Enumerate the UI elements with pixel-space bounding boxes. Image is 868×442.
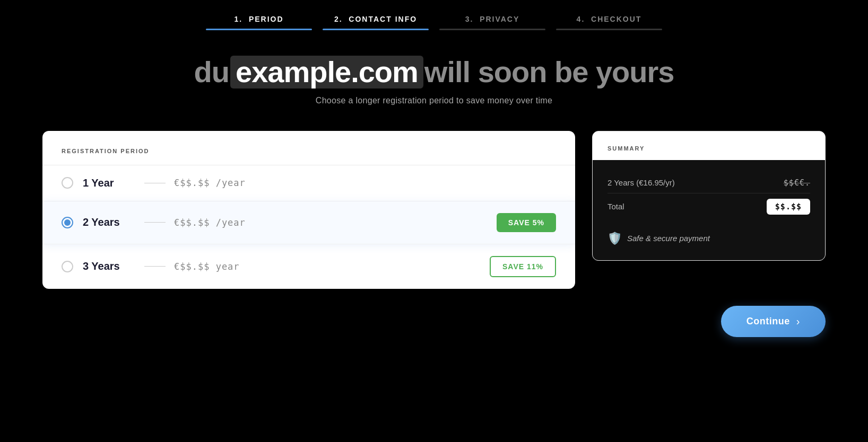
radio-3years[interactable] — [62, 261, 73, 272]
registration-card-header: REGISTRATION PERIOD — [42, 131, 575, 165]
step-privacy-line — [439, 29, 545, 30]
summary-line-item-label: 2 Years (€16.95/yr) — [607, 178, 675, 187]
continue-button-label: Continue — [747, 316, 790, 327]
period-row-2years[interactable]: 2 Years €$$.$$ /year SAVE 5% — [42, 201, 575, 244]
summary-card: SUMMARY 2 Years (€16.95/yr) $$€€. Total … — [592, 131, 826, 261]
hero-title: duexample.com will soon be yours — [21, 56, 847, 89]
registration-period-label: REGISTRATION PERIOD — [62, 148, 150, 154]
radio-1year[interactable] — [62, 177, 73, 189]
hero-section: duexample.com will soon be yours Choose … — [0, 56, 868, 105]
summary-total-label: Total — [607, 202, 624, 211]
period-name-1year: 1 Year — [83, 177, 136, 189]
period-price-1year: €$$.$$ /year — [174, 178, 246, 188]
stepper: 1. PERIOD 2. CONTACT INFO 3. PRIVACY 4. … — [0, 0, 868, 30]
hero-subtitle: Choose a longer registration period to s… — [21, 96, 847, 105]
radio-inner-2years — [64, 219, 71, 226]
period-divider-3years — [144, 266, 166, 267]
summary-total-row: Total $$.$$ — [607, 193, 810, 220]
step-period[interactable]: 1. PERIOD — [201, 15, 317, 30]
domain-suffix: will soon be yours — [424, 56, 674, 89]
step-contact-info-label: 2. CONTACT INFO — [334, 15, 417, 23]
period-divider-1year — [144, 183, 166, 183]
period-name-3years: 3 Years — [83, 260, 136, 272]
save-11-button[interactable]: SAVE 11% — [490, 256, 556, 277]
summary-body: 2 Years (€16.95/yr) $$€€. Total $$.$$ 🛡️… — [593, 160, 825, 260]
summary-total-value: $$.$$ — [767, 199, 810, 215]
continue-chevron-icon: › — [796, 315, 800, 328]
step-privacy-label: 3. PRIVACY — [465, 15, 520, 23]
step-contact-info[interactable]: 2. CONTACT INFO — [317, 15, 434, 30]
period-row-3years[interactable]: 3 Years €$$.$$ year SAVE 11% — [42, 244, 575, 289]
period-price-3years: €$$.$$ year — [174, 261, 240, 272]
step-contact-line — [323, 29, 429, 30]
step-privacy[interactable]: 3. PRIVACY — [434, 15, 551, 30]
period-divider-2years — [144, 222, 166, 223]
step-checkout[interactable]: 4. CHECKOUT — [551, 15, 667, 30]
main-content: REGISTRATION PERIOD 1 Year €$$.$$ /year … — [0, 105, 868, 289]
summary-header-label: SUMMARY — [607, 145, 645, 152]
save-5-button[interactable]: SAVE 5% — [497, 213, 556, 232]
registration-card: REGISTRATION PERIOD 1 Year €$$.$$ /year … — [42, 131, 575, 289]
step-period-label: 1. PERIOD — [234, 15, 283, 23]
continue-wrap: Continue › — [0, 289, 868, 358]
radio-2years[interactable] — [62, 217, 73, 228]
summary-secure-row: 🛡️ Safe & secure payment — [607, 229, 810, 245]
domain-main: example.com — [230, 56, 423, 89]
period-row-1year[interactable]: 1 Year €$$.$$ /year — [42, 165, 575, 201]
domain-prefix: du — [194, 56, 229, 89]
summary-line-item-value: $$€€. — [784, 178, 810, 188]
step-period-line — [206, 29, 312, 30]
period-name-2years: 2 Years — [83, 216, 136, 228]
period-price-2years: €$$.$$ /year — [174, 217, 246, 228]
summary-line-item-row: 2 Years (€16.95/yr) $$€€. — [607, 173, 810, 193]
continue-button[interactable]: Continue › — [721, 306, 826, 337]
summary-secure-text: Safe & secure payment — [627, 234, 710, 243]
summary-header: SUMMARY — [593, 131, 825, 160]
step-checkout-line — [556, 29, 662, 30]
shield-icon: 🛡️ — [607, 232, 622, 245]
step-checkout-label: 4. CHECKOUT — [577, 15, 642, 23]
